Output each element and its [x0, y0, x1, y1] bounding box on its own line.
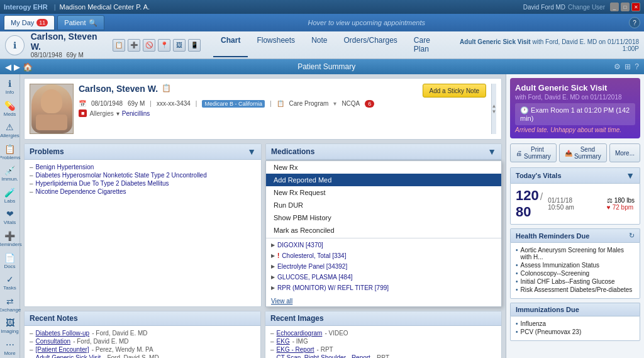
patient-info-icon: ℹ: [5, 35, 25, 55]
new-rx-request-item[interactable]: New Rx Request: [266, 186, 501, 199]
recent-notes-body: Diabetes Follow-up - Ford, David E. MD C…: [25, 326, 260, 358]
list-item: •Colonoscopy--Screening: [516, 270, 635, 277]
allergy-detail: Penicillins: [122, 110, 150, 117]
breadcrumb-actions: ⚙ ⊞ ?: [614, 62, 639, 71]
sidebar-item-docs[interactable]: 📄 Docs: [1, 250, 19, 271]
settings-icon[interactable]: ⚙: [614, 62, 621, 71]
logged-in-user: David Ford MD: [523, 4, 565, 11]
labs-sidebar-icon: 🧪: [4, 187, 15, 198]
immun-sidebar-icon: 💉: [4, 165, 15, 176]
appointment-card: Adult Generic Sick Visit with Ford, Davi…: [510, 78, 640, 138]
right-panel: Adult Generic Sick Visit with Ford, Davi…: [506, 74, 644, 358]
home-button[interactable]: 🏠: [23, 62, 33, 72]
patient-icon-2[interactable]: ➕: [128, 39, 140, 52]
patient-detail-row: 📅 08/10/1948 69y M | xxx-xx-3434 | Medic…: [79, 100, 486, 108]
send-summary-button[interactable]: 📤 Send Summary: [559, 143, 607, 162]
sidebar-item-info[interactable]: ℹ Info: [1, 77, 19, 98]
exchange-sidebar-icon: ⇄: [6, 296, 14, 306]
vitals-header: Today's Vitals ▼: [510, 167, 640, 183]
patient-icon-6[interactable]: 📱: [188, 39, 201, 52]
vitals-date: 01/11/18: [548, 197, 574, 204]
list-item: EKG - Report - RPT: [270, 346, 496, 353]
sidebar-item-labs[interactable]: 🧪 Labs: [1, 186, 19, 206]
sidebar-item-allergies[interactable]: ⚠ Allergies: [1, 120, 19, 141]
patient-icon-5[interactable]: 🖼: [173, 39, 186, 52]
tab-orders-charges[interactable]: Orders/Charges: [336, 33, 404, 57]
patient-icon-4[interactable]: 📍: [158, 39, 170, 52]
heart-rate-value: 72 bpm: [613, 204, 633, 211]
sidebar-item-reminders[interactable]: ➕ Reminders: [1, 229, 19, 250]
back-button[interactable]: ◀: [5, 62, 11, 72]
med-electrolyte[interactable]: Electrolyte Panel [34392]: [266, 261, 501, 272]
sidebar-item-imaging[interactable]: 🖼 Imaging: [1, 316, 19, 337]
list-item: [Patient Encounter] - Perez, Wendy M. PA: [30, 346, 255, 353]
forward-button[interactable]: ▶: [14, 62, 20, 72]
change-user-link[interactable]: Change User: [568, 4, 605, 11]
help-icon[interactable]: ?: [635, 62, 639, 71]
notes-images-row: Recent Notes Diabetes Follow-up - Ford, …: [24, 311, 502, 358]
recent-notes-section: Recent Notes Diabetes Follow-up - Ford, …: [24, 311, 261, 358]
right-panel-content: Adult Generic Sick Visit with Ford, Davi…: [506, 74, 644, 345]
refresh-icon[interactable]: ↻: [629, 232, 635, 240]
immunizations-header: Immunizations Due: [510, 303, 640, 316]
medications-title: Medications: [271, 147, 314, 156]
sidebar-item-meds[interactable]: 💊 Meds: [1, 99, 19, 120]
list-item: Benign Hypertension: [30, 164, 256, 171]
med-digoxin[interactable]: DIGOXIN [4370]: [266, 240, 501, 250]
vitals-row: 120 / 80 01/11/18 10:50 am: [516, 187, 635, 220]
patient-icon-3[interactable]: 🚫: [143, 39, 155, 52]
medications-chevron[interactable]: ▼: [487, 147, 496, 157]
med-rpr[interactable]: RPR (MONITOR) W/ REFL TITER [799]: [266, 282, 501, 293]
tab-care-plan[interactable]: Care Plan: [406, 33, 444, 57]
ncqa-badge: 6: [365, 100, 374, 108]
new-rx-item[interactable]: New Rx: [266, 161, 501, 174]
tab-chart[interactable]: Chart: [213, 33, 248, 57]
appointment-card-title: Adult Generic Sick Visit: [515, 83, 635, 92]
scale-icon: ⚖: [607, 197, 613, 204]
clock-icon: 🕐: [520, 106, 529, 114]
med-cholesterol[interactable]: ! Cholesterol, Total [334]: [266, 250, 501, 261]
patient-icon-1[interactable]: 📋: [113, 39, 125, 52]
run-dur-item[interactable]: Run DUR: [266, 199, 501, 211]
immunizations-body: •Influenza •PCV (Pneumovax 23): [510, 316, 640, 341]
list-item: Consultation - Ford, David E. MD: [30, 338, 255, 345]
problems-chevron[interactable]: ▼: [247, 147, 256, 157]
add-reported-med-item[interactable]: Add Reported Med: [266, 174, 501, 186]
patient-action-icons: 📋 ➕ 🚫 📍 🖼 📱: [113, 39, 201, 52]
med-glucose[interactable]: GLUCOSE, PLASMA [484]: [266, 272, 501, 282]
my-day-tab[interactable]: My Day 11: [4, 15, 55, 30]
sidebar-item-problems[interactable]: 📋 Problems: [1, 142, 19, 163]
restore-button[interactable]: □: [621, 3, 630, 11]
patient-tab[interactable]: Patient 🔍: [57, 15, 104, 30]
print-summary-button[interactable]: 🖨 Print Summary: [510, 143, 557, 162]
show-pbm-item[interactable]: Show PBM History: [266, 211, 501, 224]
minimize-button[interactable]: _: [610, 3, 619, 11]
health-reminders-section: Health Reminders Due ↻ •Aortic Aneurysm …: [510, 228, 640, 299]
allergies-sidebar-icon: ⚠: [6, 122, 14, 132]
scroll-indicator: ▲ ▼: [491, 84, 496, 134]
mark-reconciled-item[interactable]: Mark as Reconciled: [266, 224, 501, 237]
close-button[interactable]: ✕: [631, 3, 640, 11]
vitals-chevron[interactable]: ▼: [626, 171, 635, 181]
appointment-warning: Arrived late. Unhappy about wait time.: [515, 126, 635, 133]
tab-note[interactable]: Note: [304, 33, 335, 57]
vitals-time: 10:50 am: [548, 204, 574, 211]
sidebar-item-vitals[interactable]: ❤ Vitals: [1, 207, 19, 228]
help-button[interactable]: ?: [629, 17, 640, 28]
problems-body: Benign Hypertension Diabetes Hyperosmola…: [25, 160, 261, 200]
sidebar-item-tasks[interactable]: ✓ Tasks: [1, 272, 19, 293]
sidebar-item-exchange[interactable]: ⇄ Exchange: [1, 294, 19, 315]
title-bar: Interogy EHR | Madison Medical Center P.…: [0, 0, 644, 14]
list-item: •Assess Immunization Status: [516, 262, 635, 269]
layout-icon[interactable]: ⊞: [625, 62, 631, 71]
more-button[interactable]: More...: [609, 143, 640, 162]
medications-view-all[interactable]: View all: [271, 298, 496, 305]
tab-flowsheets[interactable]: Flowsheets: [249, 33, 303, 57]
sidebar-item-more[interactable]: ⋯ More: [1, 337, 19, 358]
sticky-note-button[interactable]: Add a Sticky Note: [423, 84, 486, 98]
breadcrumb-nav: ◀ ▶ 🏠: [5, 62, 33, 72]
recent-images-section: Recent Images Echocardiogram - VIDEO EKG…: [265, 311, 502, 358]
list-item: •Initial CHF Labs--Fasting Glucose: [516, 278, 635, 285]
patient-card: Carlson, Steven W. 📋 Add a Sticky Note 📅…: [24, 78, 502, 140]
sidebar-item-immun[interactable]: 💉 Immun.: [1, 164, 19, 184]
